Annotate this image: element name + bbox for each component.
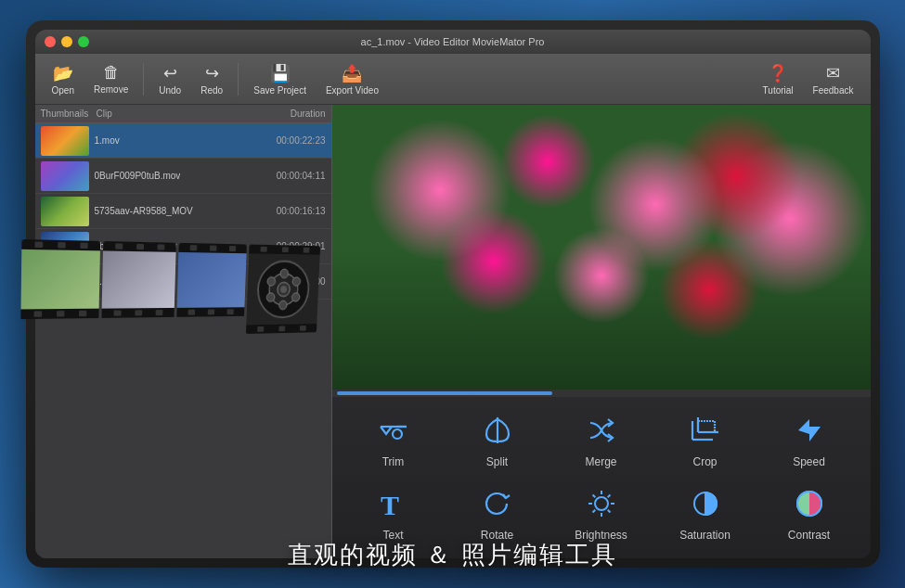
split-icon	[481, 414, 514, 452]
minimize-button[interactable]	[61, 36, 72, 47]
rotate-button[interactable]: Rotate	[460, 481, 535, 547]
redo-label: Redo	[200, 85, 223, 96]
trim-icon	[377, 414, 410, 452]
split-button[interactable]: Split	[460, 408, 535, 474]
tools-panel: Trim Split	[332, 397, 871, 558]
svg-line-15	[592, 495, 595, 498]
remove-button[interactable]: 🗑 Remove	[86, 59, 136, 98]
merge-button[interactable]: Merge	[564, 408, 639, 474]
bottom-tagline: 直观的视频 ＆ 照片编辑工具	[288, 539, 616, 571]
crop-icon	[689, 414, 722, 452]
right-panel: Trim Split	[332, 105, 871, 558]
contrast-button[interactable]: Contrast	[772, 481, 847, 547]
open-label: Open	[52, 85, 74, 96]
export-label: Export Video	[326, 85, 379, 96]
speed-label: Speed	[793, 455, 825, 468]
svg-point-2	[393, 429, 402, 439]
svg-point-27	[267, 277, 276, 287]
contrast-label: Contrast	[788, 529, 830, 542]
svg-line-16	[607, 510, 610, 513]
file-dur-0: 00:00:22:23	[265, 135, 326, 146]
file-thumb-2	[41, 197, 89, 226]
saturation-button[interactable]: Saturation	[668, 481, 743, 547]
film-frame-1	[20, 239, 100, 339]
svg-point-25	[280, 269, 289, 278]
svg-point-29	[266, 293, 275, 302]
tutorial-icon: ❓	[768, 63, 788, 83]
trim-button[interactable]: Trim	[356, 408, 431, 474]
save-button[interactable]: 💾 Save Project	[246, 59, 314, 99]
rotate-icon	[481, 487, 514, 525]
close-button[interactable]	[45, 36, 56, 47]
brightness-button[interactable]: Brightness	[564, 481, 639, 547]
window-title: ac_1.mov - Video Editor MovieMator Pro	[361, 36, 545, 47]
save-label: Save Project	[253, 85, 306, 96]
col-thumbnail: Thumbnails	[41, 109, 97, 119]
video-preview	[332, 105, 871, 390]
svg-point-26	[278, 300, 287, 309]
tools-row-1: Trim Split	[332, 404, 871, 478]
svg-point-10	[595, 497, 608, 510]
file-item-2[interactable]: 5735aav-AR9588_MOV 00:00:16:13	[35, 194, 331, 229]
file-item-0[interactable]: 1.mov 00:00:22:23	[35, 123, 331, 159]
remove-icon: 🗑	[103, 63, 120, 83]
split-label: Split	[486, 455, 508, 468]
speed-icon	[793, 414, 826, 452]
svg-line-18	[592, 510, 595, 513]
svg-point-28	[292, 277, 301, 286]
redo-icon: ↪	[205, 63, 219, 83]
title-bar: ac_1.mov - Video Editor MovieMator Pro	[35, 30, 871, 54]
svg-text:T: T	[381, 490, 399, 520]
traffic-lights	[45, 36, 89, 47]
brightness-icon	[585, 487, 618, 525]
file-panel-header: Thumbnails Clip Duration	[35, 105, 331, 123]
toolbar: 📂 Open 🗑 Remove ↩ Undo ↪ Redo 💾 Save Pro…	[35, 54, 871, 105]
open-icon: 📂	[53, 63, 73, 83]
svg-point-30	[291, 293, 300, 301]
text-button[interactable]: T Text	[356, 481, 431, 547]
filmstrip	[20, 239, 320, 339]
undo-label: Undo	[159, 85, 181, 96]
film-frame-2	[101, 241, 176, 337]
svg-line-17	[607, 495, 610, 498]
col-clip: Clip	[97, 109, 256, 119]
contrast-icon	[793, 487, 826, 525]
file-name-1: 0BurF009P0tuB.mov	[95, 171, 265, 181]
speed-button[interactable]: Speed	[772, 408, 847, 474]
export-button[interactable]: 📤 Export Video	[318, 59, 386, 99]
tutorial-button[interactable]: ❓ Tutorial	[756, 59, 801, 99]
feedback-icon: ✉	[826, 63, 840, 83]
feedback-button[interactable]: ✉ Feedback	[806, 59, 861, 99]
col-duration: Duration	[256, 109, 326, 119]
divider-1	[143, 63, 144, 96]
merge-icon	[585, 414, 618, 452]
file-name-0: 1.mov	[95, 135, 265, 146]
file-thumb-1	[41, 161, 89, 191]
timeline[interactable]	[332, 390, 871, 397]
open-button[interactable]: 📂 Open	[45, 59, 82, 99]
trim-label: Trim	[382, 455, 405, 468]
undo-button[interactable]: ↩ Undo	[151, 59, 188, 99]
video-frame	[332, 105, 871, 390]
film-frame-3	[176, 243, 247, 336]
file-thumb-0	[41, 126, 89, 156]
toolbar-right: ❓ Tutorial ✉ Feedback	[756, 59, 861, 99]
text-icon: T	[377, 487, 410, 525]
crop-label: Crop	[692, 455, 717, 468]
maximize-button[interactable]	[78, 36, 89, 47]
crop-button[interactable]: Crop	[668, 408, 743, 474]
saturation-icon	[689, 487, 722, 525]
remove-label: Remove	[94, 84, 128, 95]
redo-button[interactable]: ↪ Redo	[193, 59, 230, 99]
feedback-label: Feedback	[813, 85, 854, 96]
export-icon: 📤	[342, 63, 362, 83]
film-reel-frame	[246, 245, 320, 334]
file-item-1[interactable]: 0BurF009P0tuB.mov 00:00:04:11	[35, 159, 331, 194]
timeline-progress	[337, 391, 552, 395]
undo-icon: ↩	[163, 63, 177, 83]
file-dur-1: 00:00:04:11	[265, 171, 326, 181]
saturation-label: Saturation	[679, 529, 730, 542]
tutorial-label: Tutorial	[763, 85, 794, 96]
divider-2	[238, 63, 239, 96]
save-icon: 💾	[270, 63, 291, 83]
